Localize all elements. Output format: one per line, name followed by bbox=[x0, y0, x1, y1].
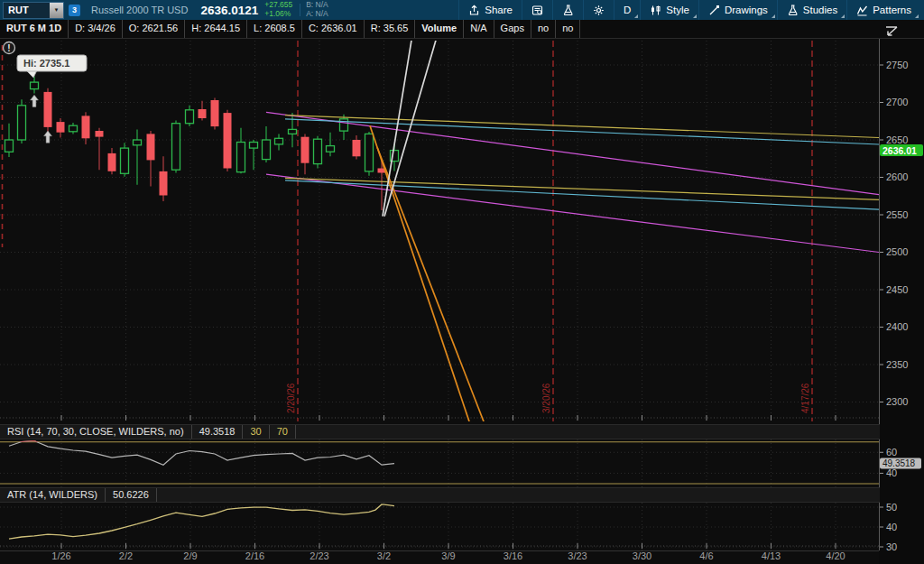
time-axis-label: 4/20 bbox=[826, 550, 845, 561]
time-axis-label: 1/26 bbox=[51, 550, 70, 561]
candle bbox=[160, 171, 168, 196]
symbol-description: Russell 2000 TR USD bbox=[91, 5, 188, 15]
hi-label-text: Hi: 2735.1 bbox=[23, 58, 69, 69]
ohlc-cell: no bbox=[556, 20, 580, 38]
share-button[interactable]: Share bbox=[458, 0, 522, 20]
ohlc-cell: RUT 6 M 1D bbox=[0, 20, 69, 38]
atr-pane-header[interactable]: ATR (14, WILDERS) 50.6226 bbox=[0, 487, 880, 503]
share-icon bbox=[468, 5, 480, 16]
candle bbox=[263, 140, 271, 160]
patterns-icon bbox=[856, 5, 868, 16]
ohlc-cell: H: 2644.15 bbox=[185, 20, 247, 38]
time-axis-label: 3/30 bbox=[633, 550, 651, 561]
trendline[interactable] bbox=[266, 174, 879, 252]
time-axis-label: 4/13 bbox=[762, 550, 781, 561]
candle bbox=[340, 119, 348, 131]
bid-ask-block: B: N/A A: N/A bbox=[306, 1, 328, 19]
candle bbox=[250, 143, 258, 149]
toolbar-buttons: ShareDStyleDrawingsStudiesPatterns bbox=[458, 0, 920, 20]
rsi-line-overbought bbox=[9, 441, 394, 466]
candle bbox=[18, 106, 26, 140]
chart-canvas[interactable]: 2/20/263/20/264/17/262750270026502600255… bbox=[0, 38, 924, 564]
rsi-overbought-param: 70 bbox=[270, 425, 296, 439]
gear-icon bbox=[593, 5, 605, 16]
candle bbox=[289, 129, 297, 134]
ohlc-cell: C: 2636.01 bbox=[302, 20, 365, 38]
ohlc-cell: R: 35.65 bbox=[365, 20, 416, 38]
candle bbox=[108, 153, 116, 171]
candle bbox=[237, 143, 245, 172]
alert-icon-glyph: ! bbox=[7, 43, 10, 53]
price-axis bbox=[879, 38, 924, 564]
dropdown-caret-icon bbox=[915, 14, 919, 18]
expiration-lines: 2/20/263/20/264/17/26 bbox=[3, 41, 813, 421]
rsi-value-badge-label: 49.3518 bbox=[882, 458, 916, 468]
candle bbox=[57, 122, 65, 133]
expiration-label: 3/20/26 bbox=[541, 383, 551, 413]
toolbar-divider bbox=[300, 4, 300, 16]
link-group-badge[interactable]: 3 bbox=[69, 5, 80, 16]
style-button[interactable]: Style bbox=[640, 0, 698, 20]
time-axis-label: 4/6 bbox=[699, 550, 713, 561]
timeframe-button[interactable]: D bbox=[614, 0, 640, 20]
studies-icon bbox=[787, 5, 799, 16]
chevron-down-icon: ▼ bbox=[54, 7, 60, 13]
candles bbox=[5, 77, 399, 211]
news-button[interactable] bbox=[522, 0, 552, 20]
analyze-button[interactable] bbox=[552, 0, 583, 20]
candle bbox=[69, 125, 78, 132]
candle bbox=[275, 138, 283, 144]
ohlc-cell: D: 3/4/26 bbox=[69, 20, 123, 38]
expiration-label: 4/17/26 bbox=[800, 383, 810, 413]
candle bbox=[353, 140, 361, 156]
time-axis-label: 2/2 bbox=[119, 550, 133, 561]
gridlines bbox=[0, 41, 924, 551]
last-price-label: 2636.01 bbox=[882, 145, 917, 156]
candle bbox=[199, 109, 207, 118]
ohlc-readout-strip: RUT 6 M 1DD: 3/4/26O: 2621.56H: 2644.15L… bbox=[0, 20, 924, 39]
symbol-dropdown-button[interactable]: ▼ bbox=[50, 3, 63, 18]
flask-icon bbox=[562, 5, 574, 16]
trendline[interactable] bbox=[285, 178, 879, 199]
axis-tick-label: 2600 bbox=[886, 171, 908, 182]
axis-tick-label: 50 bbox=[886, 502, 897, 513]
candle bbox=[121, 148, 129, 173]
candle bbox=[82, 116, 90, 138]
button-label: Studies bbox=[803, 5, 837, 15]
cursor-tool-icon[interactable] bbox=[883, 23, 903, 42]
axis-tick-label: 40 bbox=[886, 522, 897, 532]
rsi-oversold-param: 30 bbox=[243, 425, 269, 439]
atr-label: ATR (14, WILDERS) bbox=[0, 488, 106, 502]
axis-tick-label: 2750 bbox=[886, 60, 908, 70]
candle bbox=[186, 110, 194, 124]
time-axis-label: 2/16 bbox=[245, 550, 264, 561]
button-label: D bbox=[624, 5, 631, 15]
rsi-value: 49.3518 bbox=[192, 425, 244, 439]
ohlc-cell: no bbox=[531, 20, 556, 38]
axis-tick-label: 2650 bbox=[886, 134, 908, 145]
news-icon bbox=[531, 5, 543, 16]
atr-value: 50.6226 bbox=[106, 488, 157, 502]
time-axis-label: 3/16 bbox=[504, 550, 522, 561]
rsi-pane-header[interactable]: RSI (14, 70, 30, CLOSE, WILDERS, no) 49.… bbox=[0, 424, 880, 439]
trendline[interactable] bbox=[384, 41, 436, 217]
symbol-input[interactable]: RUT ▼ bbox=[3, 2, 64, 19]
studies-button[interactable]: Studies bbox=[777, 0, 846, 20]
drawings-button[interactable]: Drawings bbox=[698, 0, 777, 20]
chart-area: 2/20/263/20/264/17/262750270026502600255… bbox=[0, 38, 924, 564]
trendline[interactable] bbox=[370, 125, 469, 421]
button-label: Patterns bbox=[873, 5, 911, 15]
patterns-button[interactable]: Patterns bbox=[846, 0, 920, 20]
price-change: +27.655 +1.06% bbox=[264, 1, 292, 19]
axis-tick-label: 2700 bbox=[886, 97, 908, 107]
drawings-icon bbox=[708, 5, 720, 16]
axis-tick-label: 2400 bbox=[886, 321, 908, 332]
candle bbox=[147, 134, 155, 160]
axis-tick-label: 2450 bbox=[886, 284, 908, 295]
trendline[interactable] bbox=[285, 180, 879, 209]
candle bbox=[301, 137, 310, 163]
settings-button[interactable] bbox=[583, 0, 614, 20]
dropdown-caret-icon bbox=[693, 14, 697, 18]
rsi-label: RSI (14, 70, 30, CLOSE, WILDERS, no) bbox=[0, 425, 192, 439]
axis-tick-label: 2550 bbox=[886, 209, 908, 220]
